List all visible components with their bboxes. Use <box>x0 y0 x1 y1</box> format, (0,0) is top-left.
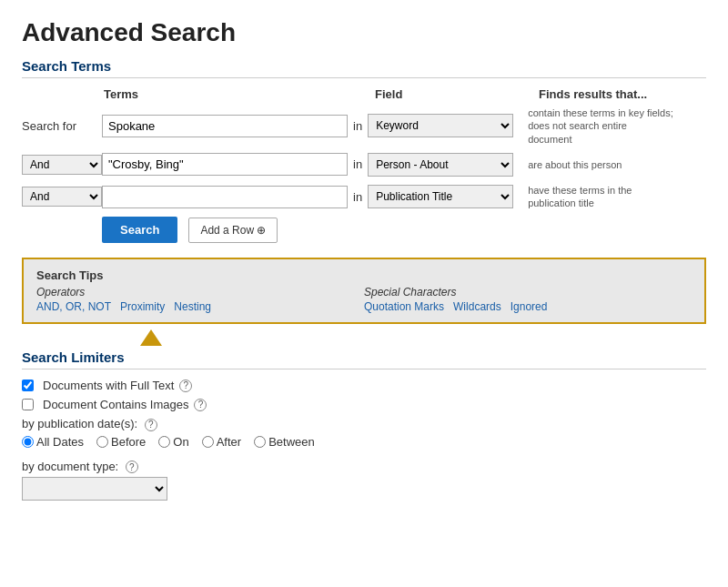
search-row-1: Search for in Keyword Person - About Pub… <box>22 106 706 146</box>
tips-special-chars-col: Special Characters Quotation Marks Wildc… <box>364 286 692 313</box>
col-finds-header: Finds results that... <box>539 87 647 101</box>
finds-text-1: contain these terms in key fields; does … <box>528 106 673 146</box>
radio-all-dates[interactable]: All Dates <box>22 435 84 449</box>
arrow-container <box>22 329 706 346</box>
terms-input-3[interactable] <box>102 186 348 208</box>
finds-text-2: are about this person <box>528 158 673 171</box>
column-headers: Terms Field Finds results that... <box>22 87 706 101</box>
tips-grid: Operators AND, OR, NOT Proximity Nesting… <box>36 286 692 313</box>
connector-select-2[interactable]: And Or Not <box>22 155 102 175</box>
images-row: Document Contains Images ? <box>22 398 706 411</box>
search-limiters-section: Search Limiters Documents with Full Text… <box>22 349 706 501</box>
full-text-label: Documents with Full Text <box>43 379 174 392</box>
pub-date-section: by publication date(s): ? All Dates Befo… <box>22 417 706 449</box>
and-or-not-link[interactable]: AND, OR, NOT <box>36 300 111 313</box>
operators-links: AND, OR, NOT Proximity Nesting <box>36 300 364 313</box>
quotation-marks-link[interactable]: Quotation Marks <box>364 300 444 313</box>
doc-type-label: by document type: ? <box>22 460 706 474</box>
radio-on-input[interactable] <box>158 436 170 448</box>
connector-select-3[interactable]: And Or Not <box>22 187 102 207</box>
add-row-button[interactable]: Add a Row ⊕ <box>188 218 278 243</box>
connector-select-2-cell: And Or Not <box>22 155 102 175</box>
radio-before[interactable]: Before <box>96 435 146 449</box>
arrow-up-icon <box>140 329 162 346</box>
search-row-3: And Or Not in Keyword Person - About Pub… <box>22 184 706 210</box>
search-tips-box: Search Tips Operators AND, OR, NOT Proxi… <box>22 258 706 324</box>
full-text-checkbox[interactable] <box>22 380 34 391</box>
col-field-header: Field <box>375 87 521 101</box>
search-row-2: And Or Not in Keyword Person - About Pub… <box>22 153 706 177</box>
finds-text-3: have these terms in the publication titl… <box>528 184 673 210</box>
search-limiters-heading: Search Limiters <box>22 349 706 369</box>
radio-all-dates-input[interactable] <box>22 436 34 448</box>
images-label: Document Contains Images <box>43 398 188 411</box>
doc-type-select[interactable] <box>22 477 167 501</box>
field-select-2[interactable]: Keyword Person - About Publication Title… <box>368 153 513 177</box>
special-chars-label: Special Characters <box>364 286 692 299</box>
operators-label: Operators <box>36 286 364 299</box>
images-checkbox[interactable] <box>22 399 34 410</box>
action-buttons-row: Search Add a Row ⊕ <box>22 217 706 243</box>
proximity-link[interactable]: Proximity <box>120 300 165 313</box>
radio-before-input[interactable] <box>96 436 108 448</box>
images-help-icon[interactable]: ? <box>194 399 207 411</box>
search-terms-section: Search Terms Terms Field Finds results t… <box>22 58 706 243</box>
ignored-link[interactable]: Ignored <box>511 300 548 313</box>
wildcards-link[interactable]: Wildcards <box>453 300 501 313</box>
search-terms-heading: Search Terms <box>22 58 706 78</box>
date-radio-group: All Dates Before On After Between <box>22 435 706 449</box>
radio-after-input[interactable] <box>202 436 214 448</box>
radio-between-input[interactable] <box>254 436 266 448</box>
col-terms-header: Terms <box>104 87 349 101</box>
field-select-3[interactable]: Keyword Person - About Publication Title… <box>368 185 513 208</box>
field-select-1[interactable]: Keyword Person - About Publication Title… <box>368 114 513 137</box>
search-for-label: Search for <box>22 119 102 133</box>
in-label-2: in <box>353 157 362 171</box>
page-title: Advanced Search <box>22 18 706 47</box>
terms-input-2[interactable] <box>102 153 348 176</box>
full-text-row: Documents with Full Text ? <box>22 379 706 392</box>
pub-date-label: by publication date(s): ? <box>22 417 706 431</box>
terms-input-1[interactable] <box>102 115 348 137</box>
connector-select-3-cell: And Or Not <box>22 187 102 207</box>
search-tips-title: Search Tips <box>36 268 692 282</box>
radio-on[interactable]: On <box>158 435 188 449</box>
in-label-1: in <box>353 119 362 133</box>
in-label-3: in <box>353 190 362 204</box>
special-chars-links: Quotation Marks Wildcards Ignored <box>364 300 692 313</box>
radio-after[interactable]: After <box>202 435 241 449</box>
search-button[interactable]: Search <box>102 217 177 243</box>
nesting-link[interactable]: Nesting <box>174 300 211 313</box>
full-text-help-icon[interactable]: ? <box>179 380 192 392</box>
pub-date-help-icon[interactable]: ? <box>145 419 157 431</box>
doc-type-section: by document type: ? <box>22 460 706 501</box>
radio-between[interactable]: Between <box>254 435 315 449</box>
tips-operators-col: Operators AND, OR, NOT Proximity Nesting <box>36 286 364 313</box>
doc-type-help-icon[interactable]: ? <box>126 460 138 473</box>
